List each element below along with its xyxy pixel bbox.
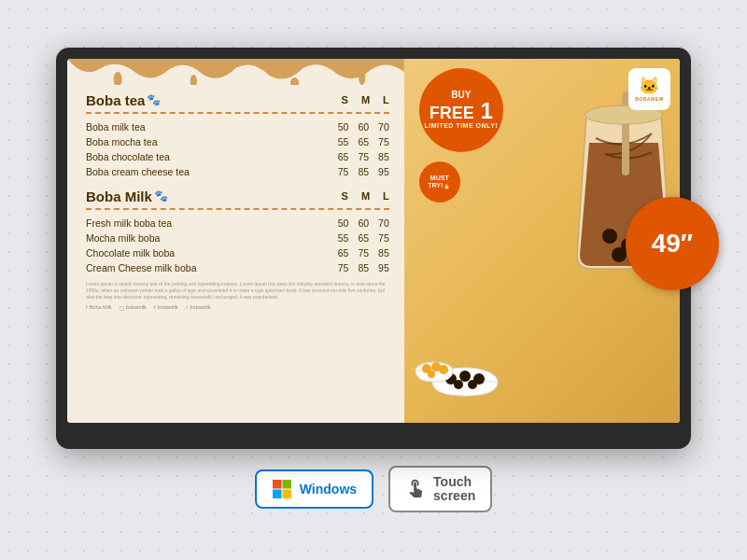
paw-icon1: 🐾 <box>147 93 161 106</box>
svg-point-16 <box>468 380 477 389</box>
price-m: 60 <box>358 121 369 133</box>
menu-item: Cream Cheese milk boba 75 85 95 <box>86 260 389 275</box>
menu-content: Boba tea 🐾 S M L Boba milk tea 50 60 <box>86 92 389 275</box>
svg-point-4 <box>602 229 617 244</box>
price-s: 55 <box>338 136 349 147</box>
price-l: 85 <box>378 151 389 162</box>
cat-icon: 🐱 <box>639 76 659 96</box>
price-s: 55 <box>338 232 349 244</box>
social-item: f Boba Milk <box>86 304 112 310</box>
svg-point-7 <box>612 247 627 262</box>
item-name: Mocha milk boba <box>86 232 333 244</box>
social-bar: f Boba Milk ◻ bobamilk t bobamilk ♪ boba… <box>86 304 389 311</box>
item-name: Boba chocolate tea <box>86 151 333 162</box>
buy1-circle: BUY FREE 1 LIMITED TIME ONLY! <box>419 68 503 152</box>
touch-label: Touchscreen <box>433 475 475 504</box>
price-s: 50 <box>338 121 349 133</box>
svg-point-0 <box>114 72 122 85</box>
item-prices: 65 75 85 <box>333 247 389 259</box>
item-name: Boba milk tea <box>86 121 333 133</box>
section2-header: Boba Milk 🐾 S M L <box>86 189 389 204</box>
social-item: ◻ bobamilk <box>120 304 147 311</box>
item-name: Cream Cheese milk boba <box>86 262 333 273</box>
size-badge-text: 49″ <box>652 229 680 259</box>
drip-decoration <box>67 59 404 85</box>
paw-icon2: 🐾 <box>154 189 168 203</box>
menu-item: Boba cream cheese tea 75 85 95 <box>86 164 389 179</box>
monitor-screen: Boba tea 🐾 S M L Boba milk tea 50 60 <box>67 59 680 423</box>
price-s: 75 <box>338 166 349 177</box>
size-m1: M <box>361 94 370 105</box>
price-s: 65 <box>338 151 349 162</box>
social-item: ♪ bobamilk <box>186 304 211 310</box>
footer-text: Lorem ipsum is simply dummy text of the … <box>86 281 389 301</box>
price-m: 85 <box>358 262 369 273</box>
svg-point-15 <box>454 380 463 389</box>
section1-title: Boba tea <box>86 92 145 108</box>
menu-item: Boba chocolate tea 65 75 85 <box>86 149 389 164</box>
windows-logo-icon <box>272 479 292 499</box>
bottom-badges: Windows Touchscreen <box>255 466 492 513</box>
windows-label: Windows <box>300 482 357 497</box>
touch-icon <box>405 477 426 502</box>
size-l2: L <box>383 190 389 202</box>
svg-rect-22 <box>273 480 282 489</box>
menu-item: Mocha milk boba 55 65 75 <box>86 231 389 245</box>
monitor: Boba tea 🐾 S M L Boba milk tea 50 60 <box>56 48 691 449</box>
size-s1: S <box>342 94 348 105</box>
price-m: 60 <box>358 217 369 229</box>
item-prices: 50 60 70 <box>333 121 389 133</box>
section1-header: Boba tea 🐾 S M L <box>86 92 389 108</box>
brand-name: BOBAMEW <box>635 96 663 102</box>
brand-logo: 🐱 BOBAMEW <box>628 68 670 110</box>
windows-badge[interactable]: Windows <box>255 469 374 509</box>
social-item: t bobamilk <box>154 304 178 310</box>
price-m: 75 <box>358 151 369 162</box>
item-prices: 55 65 75 <box>333 136 389 147</box>
svg-point-13 <box>459 371 471 382</box>
price-m: 65 <box>358 232 369 244</box>
size-m2: M <box>361 190 370 202</box>
svg-point-3 <box>359 70 365 85</box>
buy1-text1: BUY <box>451 91 471 100</box>
size-l1: L <box>383 94 389 105</box>
menu-item: Chocolate milk boba 65 75 85 <box>86 245 389 260</box>
price-s: 50 <box>338 217 349 229</box>
menu-side: Boba tea 🐾 S M L Boba milk tea 50 60 <box>67 59 404 423</box>
price-m: 85 <box>358 166 369 177</box>
price-l: 70 <box>378 217 389 229</box>
social-label: bobamilk <box>126 304 147 310</box>
section1-divider <box>86 112 389 114</box>
svg-rect-25 <box>282 490 291 499</box>
price-l: 70 <box>378 121 389 133</box>
price-l: 75 <box>378 232 389 244</box>
price-l: 75 <box>378 136 389 147</box>
social-label: bobamilk <box>158 304 178 310</box>
buy1-limited: LIMITED TIME ONLY! <box>424 122 498 129</box>
boba-bowls-image <box>414 335 507 404</box>
svg-point-1 <box>190 75 197 85</box>
menu-item: Boba milk tea 50 60 70 <box>86 119 389 134</box>
svg-rect-23 <box>282 480 291 489</box>
price-l: 95 <box>378 262 389 273</box>
price-m: 65 <box>358 136 369 147</box>
size-s2: S <box>342 190 348 202</box>
section1-sizes: S M L <box>333 94 389 105</box>
facebook-icon: f <box>86 304 88 310</box>
section2-title: Boba Milk <box>86 189 152 204</box>
item-prices: 75 85 95 <box>333 262 389 273</box>
section2-sizes: S M L <box>333 190 389 202</box>
must-try-badge: MUSTTRY!🔥 <box>419 161 460 203</box>
section2-divider <box>86 208 389 210</box>
buy1-free-text: FREE 1 <box>430 100 493 122</box>
touchscreen-badge[interactable]: Touchscreen <box>388 466 492 513</box>
instagram-icon: ◻ <box>120 304 124 311</box>
svg-point-2 <box>290 77 299 85</box>
item-prices: 75 85 95 <box>333 166 389 177</box>
social-label: Boba Milk <box>90 304 112 310</box>
item-name: Chocolate milk boba <box>86 247 333 259</box>
menu-item: Fresh milk boba tea 50 60 70 <box>86 216 389 231</box>
svg-rect-24 <box>273 490 282 499</box>
menu-item: Boba mocha tea 55 65 75 <box>86 134 389 149</box>
item-prices: 65 75 85 <box>333 151 389 162</box>
